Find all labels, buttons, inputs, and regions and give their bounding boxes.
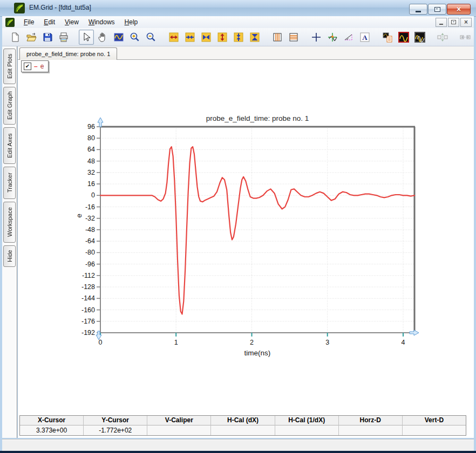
save-button[interactable] [40, 30, 55, 45]
y-tick-label: -48 [85, 226, 95, 234]
expand-y-button[interactable] [215, 30, 230, 45]
fit-y-icon [249, 32, 260, 43]
compress-x-button[interactable] [182, 30, 198, 45]
slope-button[interactable] [341, 30, 356, 45]
menu-items: FileEditViewWindowsHelp [19, 17, 142, 27]
window-border-right [474, 16, 476, 451]
side-tab-edit-graph[interactable]: Edit Graph [3, 87, 16, 125]
y-tick-label: -16 [85, 203, 95, 211]
mdi-close-button[interactable]: × [460, 18, 472, 27]
cursor-status-table: X-Cursor3.373e+00Y-Cursor-1.772e+02V-Cal… [19, 415, 466, 436]
chart-area[interactable]: 9680644832160-16-32-48-64-80-96-112-128-… [18, 63, 474, 366]
chart-svg[interactable]: 9680644832160-16-32-48-64-80-96-112-128-… [18, 63, 474, 366]
side-tab-edit-plots[interactable]: Edit Plots [3, 49, 16, 84]
close-button[interactable]: × [447, 4, 471, 15]
minimize-button[interactable] [409, 4, 427, 15]
sync-vertical-button [435, 30, 450, 45]
toolbar: ALayout [2, 28, 474, 46]
fit-y-button[interactable] [247, 30, 262, 45]
expand-x-icon [168, 32, 179, 43]
h-caliper-button[interactable] [286, 30, 301, 45]
status-col-horz-d: Horz-D [339, 416, 403, 435]
x-tick-label: 3 [325, 339, 329, 346]
crosshair-button[interactable] [309, 30, 324, 45]
v-caliper-icon [272, 32, 283, 43]
x-tick-label: 0 [99, 339, 103, 346]
plot-legend-button[interactable] [380, 30, 395, 45]
y-axis-arrow-up [98, 118, 103, 127]
crosshair-icon [311, 32, 322, 43]
x-tick-label: 1 [174, 339, 178, 346]
side-tab-tracker[interactable]: Tracker [3, 167, 16, 199]
sync-horizontal-button [458, 30, 473, 45]
mdi-minimize-icon [439, 24, 443, 25]
print-icon [58, 32, 69, 43]
mdi-restore-button[interactable] [448, 18, 459, 27]
titlebar: EM.Grid - [fdtd_tut5a] × [0, 0, 476, 17]
minimize-icon [416, 11, 421, 12]
zoom-window-icon [113, 32, 124, 43]
status-col-v-caliper: V-Caliper [147, 416, 211, 435]
h-caliper-icon [288, 32, 299, 43]
zoom-in-button[interactable] [127, 30, 142, 45]
close-icon: × [457, 5, 461, 13]
tracker-button[interactable] [325, 30, 340, 45]
expand-x-button[interactable] [166, 30, 181, 45]
status-col-y-cursor: Y-Cursor-1.772e+02 [84, 416, 147, 435]
menu-file[interactable]: File [19, 17, 39, 27]
y-tick-label: -96 [85, 260, 95, 268]
zoom-out-button[interactable] [144, 30, 159, 45]
status-value [275, 425, 338, 435]
v-caliper-button[interactable] [270, 30, 285, 45]
status-value [403, 425, 466, 435]
plot-legend-icon [382, 32, 393, 43]
menu-help[interactable]: Help [120, 17, 143, 27]
new-file-button[interactable] [8, 30, 23, 45]
app-window: EM.Grid - [fdtd_tut5a] × FileEditViewWin… [0, 0, 476, 453]
y-tick-label: 48 [87, 157, 95, 165]
document-tabbar: probe_e_field_time: probe no. 1 [18, 46, 474, 60]
mdi-minimize-button[interactable] [436, 18, 447, 27]
menu-view[interactable]: View [60, 17, 84, 27]
document-logo-icon [5, 18, 15, 27]
x-axis-arrow-right [410, 330, 419, 335]
window-title: EM.Grid - [fdtd_tut5a] [29, 4, 91, 11]
tab-probe-e-field-time[interactable]: probe_e_field_time: probe no. 1 [19, 47, 117, 60]
menu-windows[interactable]: Windows [84, 17, 120, 27]
open-file-button[interactable] [24, 30, 39, 45]
status-col-vert-d: Vert-D [403, 416, 466, 435]
x-tick-label: 2 [250, 339, 254, 346]
side-tab-hide[interactable]: Hide [3, 245, 16, 267]
y-tick-label: 16 [87, 180, 95, 188]
fit-x-button[interactable] [199, 30, 214, 45]
side-tab-edit-axes[interactable]: Edit Axes [3, 127, 16, 164]
y-axis-label: e [75, 214, 83, 218]
text-label-button[interactable]: A [357, 30, 372, 45]
slope-icon [343, 32, 354, 43]
status-header: V-Caliper [147, 416, 210, 425]
status-header: Y-Cursor [84, 416, 147, 425]
zoom-window-button[interactable] [111, 30, 126, 45]
tracker-icon [327, 32, 338, 43]
side-tab-strip: Edit PlotsEdit GraphEdit AxesTrackerWork… [2, 46, 17, 438]
document-area: probe_e_field_time: probe no. 1 ✔ – e 96… [18, 46, 474, 438]
compress-y-button[interactable] [231, 30, 246, 45]
y-tick-label: 96 [87, 123, 95, 131]
pan-hand-button[interactable] [95, 30, 110, 45]
multi-plot-button[interactable] [412, 30, 427, 45]
status-col-x-cursor: X-Cursor3.373e+00 [20, 416, 84, 435]
side-tab-workspace[interactable]: Workspace [3, 202, 16, 243]
chart-title: probe_e_field_time: probe no. 1 [206, 114, 309, 122]
restore-button[interactable] [428, 4, 446, 15]
select-arrow-button[interactable] [79, 30, 94, 45]
sync-vertical-icon [437, 32, 448, 43]
single-plot-button[interactable] [396, 30, 411, 45]
status-value: -1.772e+02 [84, 425, 147, 435]
fit-x-icon [201, 32, 212, 43]
status-header: X-Cursor [20, 416, 83, 425]
open-file-icon [26, 32, 37, 43]
menu-edit[interactable]: Edit [39, 17, 60, 27]
print-button[interactable] [56, 30, 71, 45]
menubar: FileEditViewWindowsHelp × [2, 16, 474, 29]
pan-hand-icon [97, 32, 108, 43]
